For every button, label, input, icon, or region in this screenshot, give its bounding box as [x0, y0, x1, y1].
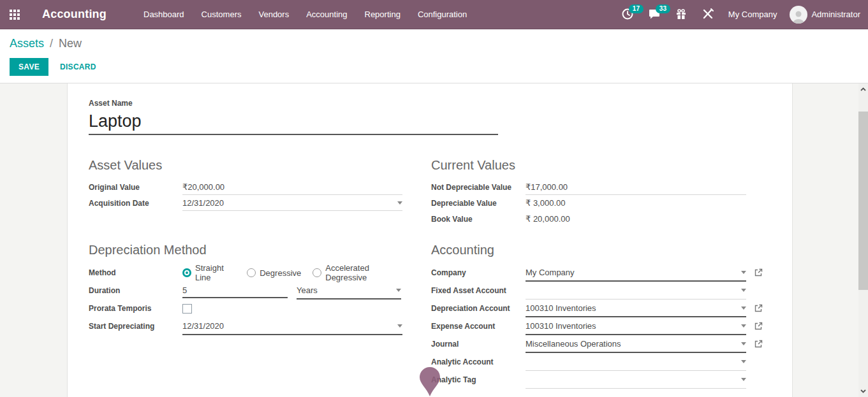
- accounting-title: Accounting: [431, 243, 763, 257]
- discard-button[interactable]: DISCARD: [60, 62, 96, 71]
- analytic-account-label: Analytic Account: [431, 357, 526, 366]
- scroll-up-arrow[interactable]: [858, 85, 868, 94]
- duration-label: Duration: [89, 286, 182, 295]
- menu-accounting[interactable]: Accounting: [306, 10, 347, 19]
- prorata-label: Prorata Temporis: [89, 304, 182, 313]
- current-values-title: Current Values: [431, 158, 763, 173]
- asset-name-input[interactable]: [89, 112, 498, 135]
- breadcrumb-separator: /: [47, 37, 55, 50]
- prorata-checkbox[interactable]: [182, 304, 192, 314]
- chevron-down-icon[interactable]: [741, 307, 746, 310]
- depreciable-value-label: Depreciable Value: [431, 199, 526, 208]
- activities-icon[interactable]: 17: [621, 8, 635, 22]
- acquisition-date-label: Acquisition Date: [89, 199, 182, 208]
- external-link-icon[interactable]: [754, 268, 763, 277]
- start-depreciating-field[interactable]: 12/31/2020: [182, 317, 402, 335]
- menu-reporting[interactable]: Reporting: [365, 10, 401, 19]
- vertical-scrollbar[interactable]: [858, 83, 868, 397]
- company-field[interactable]: My Company: [526, 264, 746, 282]
- chevron-down-icon[interactable]: [741, 271, 746, 274]
- external-link-icon[interactable]: [754, 304, 763, 313]
- duration-input[interactable]: [182, 283, 288, 298]
- chevron-down-icon[interactable]: [741, 289, 746, 292]
- chevron-down-icon[interactable]: [741, 342, 746, 345]
- book-value-label: Book Value: [431, 215, 526, 224]
- asset-values-title: Asset Values: [89, 158, 402, 173]
- chevron-down-icon[interactable]: [397, 324, 402, 328]
- scrollbar-thumb[interactable]: [858, 112, 868, 290]
- depreciation-account-field[interactable]: 100310 Inventories: [526, 300, 746, 317]
- gift-icon[interactable]: [675, 8, 689, 22]
- start-depreciating-label: Start Depreciating: [89, 322, 182, 331]
- radio-straight-line[interactable]: Straight Line: [182, 263, 235, 282]
- scroll-down-arrow[interactable]: [858, 387, 868, 396]
- asset-name-label: Asset Name: [89, 99, 792, 108]
- main-menu: Dashboard Customers Vendors Accounting R…: [143, 10, 467, 19]
- analytic-tag-field[interactable]: [526, 371, 746, 389]
- menu-customers[interactable]: Customers: [202, 10, 242, 19]
- chevron-down-icon[interactable]: [741, 324, 746, 328]
- expense-account-label: Expense Account: [431, 322, 526, 331]
- grid-icon: [10, 10, 20, 20]
- fixed-asset-account-label: Fixed Asset Account: [431, 286, 526, 295]
- breadcrumb: Assets / New: [10, 37, 868, 50]
- duration-unit-select[interactable]: Years: [297, 282, 401, 300]
- tools-icon[interactable]: [702, 8, 716, 22]
- app-title: Accounting: [42, 8, 107, 21]
- book-value-readonly: ₹ 20,000.00: [526, 211, 746, 227]
- depreciable-value-readonly: ₹ 3,000.00: [526, 195, 746, 211]
- radio-accelerated-degressive[interactable]: Accelerated Degressive: [313, 263, 402, 282]
- save-button[interactable]: SAVE: [10, 58, 48, 76]
- analytic-tag-label: Analytic Tag: [431, 375, 526, 384]
- chevron-down-icon[interactable]: [741, 360, 746, 363]
- avatar: [790, 6, 807, 24]
- menu-configuration[interactable]: Configuration: [418, 10, 467, 19]
- journal-field[interactable]: Miscellaneous Operations: [526, 335, 746, 353]
- apps-menu-icon[interactable]: [0, 0, 29, 29]
- company-label: Company: [431, 268, 526, 277]
- message-count-badge: 33: [656, 4, 670, 13]
- external-link-icon[interactable]: [754, 322, 763, 331]
- radio-unselected-icon: [247, 268, 256, 277]
- chevron-down-icon[interactable]: [741, 378, 746, 381]
- chevron-down-icon[interactable]: [396, 289, 401, 292]
- activity-count-badge: 17: [629, 4, 644, 13]
- external-link-icon[interactable]: [754, 340, 763, 349]
- radio-degressive[interactable]: Degressive: [247, 268, 301, 278]
- depreciation-method-title: Depreciation Method: [89, 243, 402, 257]
- chevron-down-icon[interactable]: [397, 201, 402, 205]
- depreciation-account-label: Depreciation Account: [431, 304, 526, 313]
- original-value-label: Original Value: [89, 183, 182, 192]
- main-area: Asset Name Asset Values Original Value ₹…: [0, 83, 868, 397]
- fixed-asset-account-field[interactable]: [526, 282, 746, 300]
- expense-account-field[interactable]: 100310 Inventories: [526, 317, 746, 335]
- analytic-account-field[interactable]: [526, 353, 746, 371]
- menu-vendors[interactable]: Vendors: [258, 10, 289, 19]
- method-label: Method: [89, 268, 182, 277]
- not-depreciable-field[interactable]: ₹17,000.00: [526, 179, 746, 195]
- breadcrumb-current: New: [59, 37, 82, 50]
- not-depreciable-label: Not Depreciable Value: [431, 183, 526, 192]
- radio-unselected-icon: [313, 268, 321, 277]
- form-sheet: Asset Name Asset Values Original Value ₹…: [67, 83, 793, 397]
- control-panel: Assets / New SAVE DISCARD: [0, 29, 868, 83]
- top-navbar: Accounting Dashboard Customers Vendors A…: [0, 0, 868, 29]
- journal-label: Journal: [431, 340, 526, 349]
- method-radio-group: Straight Line Degressive Accelerated Deg…: [182, 263, 402, 282]
- user-menu[interactable]: Administrator: [790, 6, 860, 24]
- original-value-field[interactable]: ₹20,000.00: [182, 179, 402, 195]
- menu-dashboard[interactable]: Dashboard: [143, 10, 184, 19]
- user-name: Administrator: [811, 10, 860, 19]
- radio-selected-icon: [182, 268, 191, 277]
- breadcrumb-assets-link[interactable]: Assets: [10, 37, 44, 50]
- company-switcher[interactable]: My Company: [728, 10, 777, 19]
- messages-icon[interactable]: 33: [648, 8, 662, 22]
- acquisition-date-field[interactable]: 12/31/2020: [182, 195, 402, 211]
